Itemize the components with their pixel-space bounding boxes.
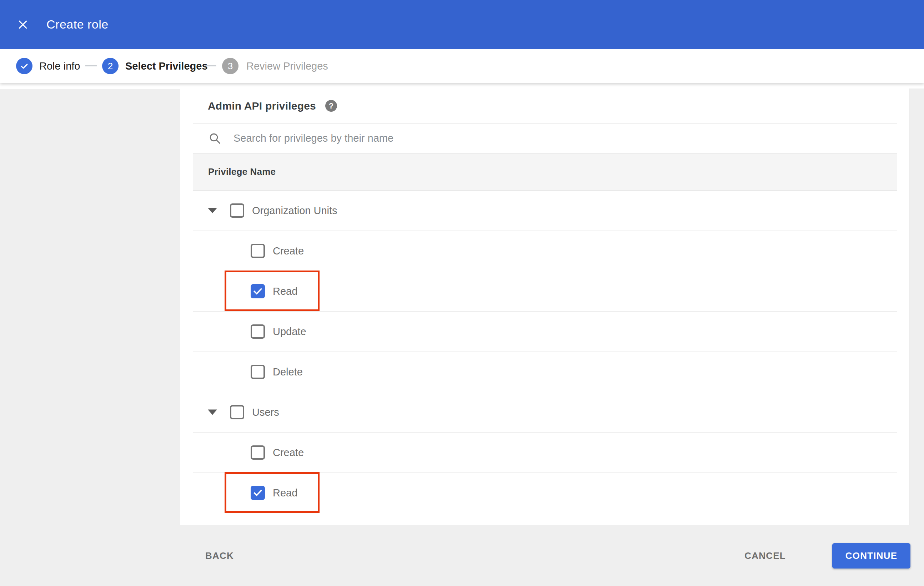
checkbox-ou-delete[interactable] [251, 365, 265, 379]
checkbox-ou-read[interactable] [251, 284, 265, 298]
row-label: Organization Units [252, 205, 337, 217]
privilege-row-ou-create: Create [193, 231, 897, 271]
highlight-annotation-box [224, 270, 320, 311]
row-label: Create [273, 447, 304, 459]
left-background-panel [0, 89, 180, 586]
privilege-row-users: Users [193, 392, 897, 433]
privilege-row-users-read: Read [193, 473, 897, 513]
row-label: Read [273, 285, 297, 297]
row-label: Read [273, 487, 297, 499]
checkbox-ou-update[interactable] [251, 324, 265, 339]
row-label: Users [252, 407, 279, 418]
continue-button[interactable]: CONTINUE [832, 543, 911, 568]
privilege-row-users-create: Create [193, 433, 897, 473]
highlight-annotation-box [224, 472, 320, 513]
back-button[interactable]: BACK [198, 543, 242, 568]
privilege-row-ou-update: Update [193, 311, 897, 352]
search-row [193, 123, 897, 153]
close-icon[interactable] [16, 18, 30, 32]
step-3-number: 3 [222, 58, 239, 74]
privilege-row-organization-units: Organization Units [193, 191, 897, 231]
dialog-title: Create role [46, 0, 109, 49]
privileges-card: Admin API privileges ? Privilege Name Or… [193, 89, 897, 525]
help-icon[interactable]: ? [325, 100, 337, 112]
collapse-arrow-icon[interactable] [208, 410, 217, 415]
checkbox-users-read[interactable] [251, 486, 265, 500]
step-connector [85, 65, 97, 66]
step-1-label[interactable]: Role info [39, 49, 80, 83]
step-1-complete-icon[interactable] [16, 58, 33, 74]
section-title: Admin API privileges [208, 100, 316, 112]
search-input[interactable] [234, 132, 733, 144]
section-title-row: Admin API privileges ? [193, 89, 897, 123]
step-connector [204, 65, 216, 66]
table-column-header: Privilege Name [193, 153, 897, 191]
row-label: Update [273, 326, 306, 337]
footer-bar: BACK CANCEL CONTINUE [0, 525, 924, 586]
step-3-label: Review Privileges [246, 49, 328, 83]
cancel-button[interactable]: CANCEL [737, 543, 794, 568]
right-scrollbar-track[interactable] [909, 89, 924, 525]
row-label: Delete [273, 366, 303, 378]
checkbox-organization-units[interactable] [230, 203, 244, 218]
privilege-row-ou-read: Read [193, 271, 897, 311]
dialog-header-bar: Create role [0, 0, 924, 49]
collapse-arrow-icon[interactable] [208, 208, 217, 213]
checkbox-users-create[interactable] [251, 445, 265, 460]
privilege-row-ou-delete: Delete [193, 352, 897, 392]
stepper: Role info 2 Select Privileges 3 Review P… [0, 49, 924, 83]
step-2-label[interactable]: Select Privileges [125, 49, 208, 83]
checkbox-users[interactable] [230, 405, 244, 419]
row-label: Create [273, 245, 304, 257]
search-icon [208, 132, 221, 145]
checkbox-ou-create[interactable] [251, 244, 265, 258]
step-2-number[interactable]: 2 [102, 58, 119, 74]
